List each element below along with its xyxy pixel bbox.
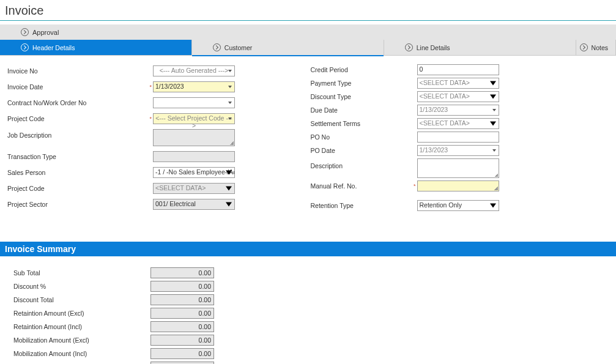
required-marker: * [146, 84, 153, 90]
summary-row: Tax Total0.00 [13, 362, 611, 364]
form-right-column: Credit Period 0 Payment Type <SELECT DAT… [308, 64, 612, 211]
approval-bar[interactable]: Approval [0, 24, 616, 40]
form-left-column: Invoice No <--- Auto Generated ---> Invo… [5, 64, 308, 211]
project-sector-field[interactable]: 001/ Electrical [153, 199, 235, 210]
tab-customer[interactable]: Customer [192, 40, 384, 55]
project-sector-label: Project Sector [5, 199, 146, 209]
summary-value: 0.00 [150, 294, 214, 305]
main-panel: Approval Header Details Customer Line De… [0, 24, 616, 229]
settlement-terms-label: Settlement Terms [308, 119, 412, 128]
summary-value: 0.00 [150, 321, 214, 332]
summary-row: Mobilization Amount (Incl)0.00 [13, 348, 611, 359]
chevron-icon [580, 43, 588, 51]
settlement-terms-field[interactable]: <SELECT DATA> [417, 118, 499, 129]
tab-label: Line Details [417, 44, 450, 51]
divider [0, 20, 616, 21]
manual-ref-label: Manual Ref. No. [308, 181, 412, 191]
page-title: Invoice [0, 0, 616, 20]
tab-header-details[interactable]: Header Details [0, 40, 192, 55]
approval-label: Approval [32, 29, 59, 36]
contract-no-field[interactable] [153, 97, 235, 108]
tab-label: Customer [225, 44, 253, 51]
payment-type-field[interactable]: <SELECT DATA> [417, 78, 499, 89]
required-marker: * [412, 183, 417, 189]
invoice-no-label: Invoice No [5, 66, 146, 76]
transaction-type-field [153, 151, 235, 162]
credit-period-field[interactable]: 0 [417, 64, 499, 75]
po-no-field[interactable] [417, 132, 499, 143]
project-code-label: Project Code [5, 114, 146, 124]
summary-label: Sub Total [13, 269, 150, 277]
tab-notes[interactable]: Notes [576, 40, 616, 55]
summary-row: Discount Total0.00 [13, 294, 611, 305]
chevron-icon [213, 43, 221, 51]
summary-row: Sub Total0.00 [13, 267, 611, 278]
retention-type-label: Retention Type [308, 201, 412, 210]
expand-icon [21, 28, 29, 36]
invoice-summary-header: Invoice Summary [0, 242, 616, 256]
manual-ref-field[interactable] [417, 180, 499, 191]
sales-person-label: Sales Person [5, 168, 146, 177]
summary-label: Retaintion Amount (Excl) [13, 310, 150, 317]
form-area: Invoice No <--- Auto Generated ---> Invo… [0, 56, 616, 229]
retention-type-field[interactable]: Retention Only [417, 200, 499, 211]
summary-label: Mobilization Amount (Incl) [13, 350, 150, 357]
sales-person-field[interactable]: -1 / -No Sales Employee-/Active [153, 167, 235, 178]
summary-value: 0.00 [150, 267, 214, 278]
po-date-label: PO Date [308, 146, 412, 155]
discount-type-field[interactable]: <SELECT DATA> [417, 91, 499, 102]
summary-value: 0.00 [150, 281, 214, 292]
job-description-field[interactable] [153, 129, 235, 146]
description-field[interactable] [417, 158, 499, 178]
tab-line-details[interactable]: Line Details [384, 40, 576, 55]
chevron-icon [405, 43, 413, 51]
due-date-label: Due Date [308, 105, 412, 115]
summary-row: Retaintion Amount (Excl)0.00 [13, 308, 611, 319]
payment-type-label: Payment Type [308, 78, 412, 88]
transaction-type-label: Transaction Type [5, 152, 146, 162]
discount-type-label: Discount Type [308, 92, 412, 102]
summary-value: 0.00 [150, 335, 214, 346]
description-label: Description [308, 158, 412, 171]
summary-label: Mobilization Amount (Excl) [13, 336, 150, 344]
project-code2-field[interactable]: <SELECT DATA> [153, 183, 235, 194]
tabstrip: Header Details Customer Line Details Not… [0, 40, 616, 56]
summary-value: 0.00 [150, 362, 214, 364]
summary-row: Retaintion Amount (Incl)0.00 [13, 321, 611, 332]
tab-label: Notes [592, 44, 608, 51]
contract-no-label: Contract No/Work Order No [5, 98, 146, 108]
invoice-date-label: Invoice Date [5, 82, 146, 92]
summary-row: Discount %0.00 [13, 281, 611, 292]
tab-label: Header Details [32, 44, 75, 51]
project-code-field[interactable]: <--- Select Project Code ---> [153, 113, 235, 124]
invoice-summary: Sub Total0.00Discount %0.00Discount Tota… [0, 256, 616, 364]
summary-label: Discount % [13, 283, 150, 290]
summary-value: 0.00 [150, 348, 214, 359]
summary-row: Mobilization Amount (Excl)0.00 [13, 335, 611, 346]
po-no-label: PO No [308, 132, 412, 142]
summary-value: 0.00 [150, 308, 214, 319]
credit-period-label: Credit Period [308, 65, 412, 75]
po-date-field[interactable]: 1/13/2023 [417, 145, 499, 156]
summary-label: Retaintion Amount (Incl) [13, 323, 150, 330]
due-date-field[interactable]: 1/13/2023 [417, 105, 499, 116]
job-description-label: Job Description [5, 128, 146, 140]
required-marker: * [146, 116, 153, 122]
invoice-no-field[interactable]: <--- Auto Generated ---> [153, 65, 235, 76]
project-code2-label: Project Code [5, 184, 146, 193]
chevron-icon [21, 43, 29, 51]
summary-label: Discount Total [13, 296, 150, 303]
invoice-date-field[interactable]: 1/13/2023 [153, 81, 235, 92]
